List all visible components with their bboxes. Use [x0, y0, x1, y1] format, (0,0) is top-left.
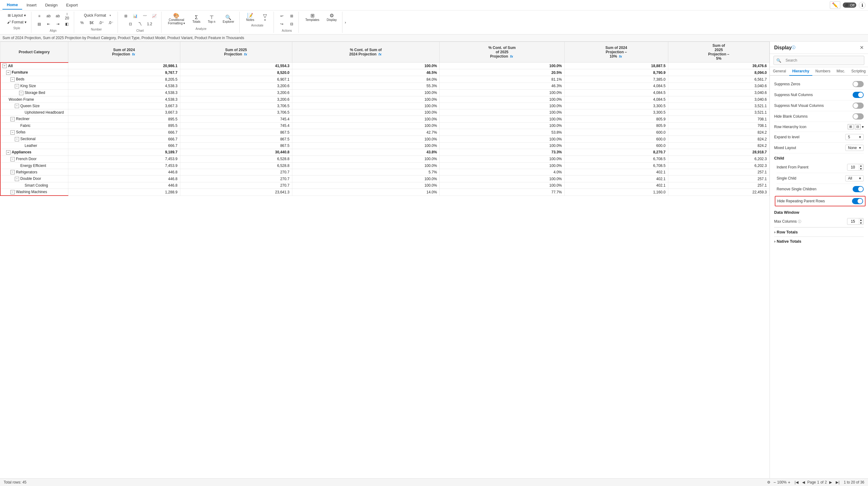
- tab-hierarchy[interactable]: Hierarchy: [789, 67, 812, 76]
- single-child-dropdown[interactable]: All ▾: [845, 175, 864, 181]
- inc-decimal-btn[interactable]: .0⁺: [97, 19, 105, 27]
- redo-btn[interactable]: ↪: [278, 20, 286, 28]
- filter-btn[interactable]: ▽ ▾: [259, 12, 271, 23]
- first-page-btn[interactable]: |◀: [794, 480, 800, 485]
- rotate-btn[interactable]: ↕ 20: [63, 12, 71, 20]
- expand-icon[interactable]: −: [15, 177, 19, 181]
- top-n-btn[interactable]: ⊤ Top n: [205, 14, 218, 24]
- expand-icon[interactable]: −: [10, 130, 15, 135]
- indent-parent-spinner[interactable]: ▲ ▼: [847, 164, 864, 171]
- max-columns-help[interactable]: ⓘ: [798, 220, 801, 223]
- conditional-formatting-btn[interactable]: 🎨 ConditionalFormatting ▾: [165, 12, 188, 26]
- panel-header: Display ⓘ ✕: [770, 41, 868, 54]
- dollar-btn[interactable]: $€: [87, 19, 96, 27]
- suppress-null-cols-toggle[interactable]: [852, 92, 864, 98]
- notes-btn[interactable]: 📝 Notes: [243, 12, 257, 23]
- expand-icon[interactable]: −: [10, 117, 15, 121]
- tab-insert[interactable]: Insert: [22, 1, 41, 9]
- expand-icon[interactable]: −: [10, 190, 15, 194]
- hierarchy-icon-plus[interactable]: ⊞: [848, 124, 854, 130]
- remove-single-children-toggle[interactable]: [852, 186, 864, 192]
- percent-btn[interactable]: %: [78, 19, 87, 27]
- expand-icon[interactable]: −: [6, 150, 10, 154]
- tab-scripting[interactable]: Scripting: [848, 67, 868, 76]
- hierarchy-icon-minus[interactable]: ⊟: [855, 124, 861, 130]
- expand-icon[interactable]: −: [10, 157, 15, 162]
- align-left-btn[interactable]: ≡: [35, 12, 44, 20]
- search-input[interactable]: [783, 57, 862, 64]
- native-totals-chevron: ›: [774, 239, 775, 244]
- panel-help-icon[interactable]: ⓘ: [792, 45, 795, 50]
- templates-btn[interactable]: ⊞ Templates: [303, 12, 322, 23]
- expand-icon[interactable]: −: [15, 104, 19, 108]
- edit-icon[interactable]: ✏️: [830, 1, 840, 9]
- indent-parent-down[interactable]: ▼: [859, 167, 863, 170]
- expand-ribbon-btn[interactable]: ›: [344, 19, 347, 26]
- tab-general[interactable]: General: [770, 67, 789, 76]
- totals-btn[interactable]: Σ Totals: [190, 14, 203, 24]
- layout-button[interactable]: ⊞ Layout ▾: [5, 12, 28, 19]
- zoom-out-btn[interactable]: −: [774, 480, 776, 485]
- action2-btn[interactable]: ⊞: [287, 12, 296, 20]
- chart-bar-btn[interactable]: 📊: [131, 12, 140, 20]
- tab-export[interactable]: Export: [62, 1, 82, 9]
- spark2-btn[interactable]: 〽: [136, 20, 144, 28]
- explorer-btn[interactable]: 🔍 Explorer: [220, 14, 237, 24]
- number-1-btn[interactable]: 1.2: [145, 20, 154, 28]
- cell-sum2024: 895.5: [68, 116, 180, 122]
- table-row: −King Size4,538.33,200.655.3%46.3%4,084.…: [0, 83, 770, 89]
- expand-icon[interactable]: −: [2, 64, 7, 68]
- expand-icon[interactable]: −: [10, 170, 15, 174]
- zoom-in-btn[interactable]: +: [788, 480, 790, 485]
- info-icon[interactable]: ℹ: [859, 2, 866, 9]
- panel-close-btn[interactable]: ✕: [860, 45, 864, 51]
- hide-blank-cols-toggle[interactable]: [852, 113, 864, 119]
- expand-level-dropdown[interactable]: 5 ▾: [845, 134, 864, 140]
- expand-icon[interactable]: −: [15, 137, 19, 141]
- expand-icon[interactable]: −: [10, 77, 15, 82]
- max-columns-down[interactable]: ▼: [859, 222, 863, 225]
- word-wrap-btn[interactable]: ab: [44, 12, 53, 20]
- hide-repeating-parent-toggle[interactable]: [852, 198, 863, 204]
- action4-btn[interactable]: ⊟: [287, 20, 296, 28]
- last-page-btn[interactable]: ▶|: [834, 480, 841, 485]
- max-columns-input[interactable]: [847, 219, 859, 224]
- sparkline-btn[interactable]: 〰: [141, 12, 149, 20]
- suppress-null-visual-toggle[interactable]: [852, 103, 864, 109]
- cell-sum2025: 745.4: [180, 116, 292, 122]
- format-button[interactable]: 🖌 Format ▾: [5, 19, 29, 25]
- row-totals-expand[interactable]: › Row Totals: [774, 227, 864, 236]
- tab-numbers[interactable]: Numbers: [812, 67, 834, 76]
- table-area[interactable]: Product Category Sum of 2024Projection f…: [0, 41, 770, 478]
- expand-icon[interactable]: −: [6, 70, 10, 75]
- settings-icon[interactable]: ⚙: [767, 480, 771, 484]
- fill-color-btn[interactable]: ◧: [63, 20, 71, 28]
- tab-misc[interactable]: Misc.: [834, 67, 848, 76]
- row-hierarchy-icon-dropdown[interactable]: ▾: [862, 125, 864, 129]
- scatter-btn[interactable]: ⊡: [126, 20, 135, 28]
- max-columns-up[interactable]: ▲: [859, 218, 863, 222]
- word-wrap2-btn[interactable]: ab: [54, 12, 62, 20]
- max-columns-spinner[interactable]: ▲ ▼: [847, 218, 864, 225]
- suppress-zeros-toggle[interactable]: [852, 81, 864, 87]
- indent-more-btn[interactable]: ⇥: [54, 20, 62, 28]
- expand-icon[interactable]: −: [19, 91, 23, 95]
- quick-format-btn[interactable]: Quick Format: [82, 12, 108, 19]
- next-page-btn[interactable]: ▶: [828, 480, 833, 485]
- chart-type-btn[interactable]: ⊞: [122, 12, 130, 20]
- prev-page-btn[interactable]: ◀: [801, 480, 806, 485]
- undo-btn[interactable]: ↩: [278, 12, 286, 20]
- tab-design[interactable]: Design: [41, 1, 62, 9]
- indent-parent-up[interactable]: ▲: [859, 164, 863, 167]
- expand-icon[interactable]: −: [15, 84, 19, 88]
- indent-less-btn[interactable]: ⇤: [44, 20, 53, 28]
- toggle-off[interactable]: ⚫ Off: [843, 2, 856, 8]
- native-totals-expand[interactable]: › Native Totals: [774, 236, 864, 246]
- indent-parent-input[interactable]: [847, 165, 859, 170]
- display-btn[interactable]: ⚙ Display: [324, 12, 340, 23]
- dec-decimal-btn[interactable]: .0⁻: [106, 19, 115, 27]
- chart-line-btn[interactable]: 📈: [150, 12, 159, 20]
- mixed-layout-dropdown[interactable]: None ▾: [845, 145, 864, 151]
- border-btn[interactable]: ▤: [35, 20, 44, 28]
- tab-home[interactable]: Home: [2, 1, 22, 9]
